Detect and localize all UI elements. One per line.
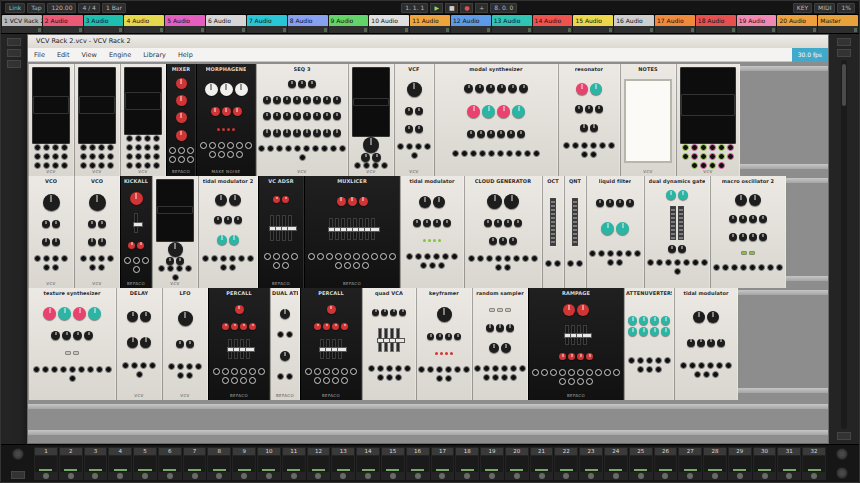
knob[interactable] [231, 323, 238, 330]
channel-pan-knob[interactable] [489, 473, 495, 479]
slider[interactable] [270, 215, 274, 241]
knob[interactable] [497, 84, 506, 93]
port[interactable] [276, 145, 283, 152]
port[interactable] [577, 369, 584, 376]
port[interactable] [694, 371, 701, 378]
port[interactable] [273, 262, 280, 269]
port[interactable] [691, 144, 698, 151]
knob[interactable] [650, 327, 659, 336]
notes-text-area[interactable] [625, 80, 671, 162]
module-keyframer[interactable]: keyframer [416, 288, 472, 400]
module-rampage[interactable]: RAMPAGEBEFACO [528, 288, 624, 400]
slider[interactable] [390, 328, 394, 352]
module-macro-oscillator-2[interactable]: macro oscillator 2 [710, 176, 786, 288]
port[interactable] [140, 362, 147, 369]
knob[interactable] [283, 112, 291, 120]
port[interactable] [483, 365, 490, 372]
knob[interactable] [586, 353, 593, 360]
knob[interactable] [489, 343, 499, 353]
knob[interactable] [482, 105, 495, 118]
knob[interactable] [176, 130, 187, 141]
knob[interactable] [650, 316, 659, 325]
port[interactable] [222, 377, 229, 384]
slider[interactable] [234, 339, 238, 359]
port[interactable] [89, 162, 96, 169]
mixer-strip[interactable]: 7 [183, 447, 207, 480]
port[interactable] [722, 264, 729, 271]
port[interactable] [682, 144, 689, 151]
port[interactable] [178, 156, 185, 163]
knob[interactable] [575, 105, 583, 113]
channel-pan-knob[interactable] [315, 473, 321, 479]
groove-toggle[interactable] [7, 60, 21, 68]
knob[interactable] [477, 130, 485, 138]
knob[interactable] [62, 331, 71, 340]
port[interactable] [497, 150, 504, 157]
port[interactable] [442, 253, 449, 260]
knob[interactable] [313, 96, 321, 104]
port[interactable] [218, 142, 225, 149]
knob[interactable] [168, 242, 183, 257]
knob[interactable] [596, 199, 604, 207]
port[interactable] [61, 162, 68, 169]
module-dual-atenuverter[interactable]: DUAL ATENUVERTERBEFACO [270, 288, 300, 400]
port[interactable] [586, 369, 593, 376]
knob[interactable] [178, 311, 193, 326]
button[interactable] [497, 308, 503, 312]
knob[interactable] [601, 222, 614, 235]
port[interactable] [267, 145, 274, 152]
channel-pan-knob[interactable] [340, 473, 346, 479]
port[interactable] [368, 365, 375, 372]
port[interactable] [477, 255, 484, 262]
slider[interactable] [583, 325, 587, 345]
knob[interactable] [234, 216, 242, 224]
module-liquid-filter[interactable]: liquid filter [586, 176, 644, 288]
port[interactable] [227, 142, 234, 149]
port[interactable] [616, 259, 623, 266]
button[interactable] [73, 351, 79, 355]
port[interactable] [277, 331, 284, 338]
knob[interactable] [293, 129, 301, 137]
port[interactable] [249, 377, 256, 384]
channel-pan-knob[interactable] [439, 473, 445, 479]
port[interactable] [178, 147, 185, 154]
port[interactable] [258, 368, 265, 375]
channel-pan-knob[interactable] [588, 473, 594, 479]
port[interactable] [415, 253, 422, 260]
port[interactable] [176, 265, 183, 272]
module-dual-dynamics-gate[interactable]: dual dynamics gate [644, 176, 710, 288]
module-notes[interactable]: NOTESVCV [620, 64, 676, 176]
port[interactable] [34, 162, 41, 169]
port[interactable] [608, 142, 615, 149]
mixer-strip[interactable]: 28 [703, 447, 727, 480]
port[interactable] [532, 369, 539, 376]
knob[interactable] [282, 196, 289, 203]
mixer-strip[interactable]: 30 [753, 447, 777, 480]
port[interactable] [273, 253, 280, 260]
port[interactable] [126, 144, 133, 151]
knob[interactable] [697, 339, 705, 347]
slider[interactable] [276, 215, 280, 241]
module-delay[interactable]: DELAYVCV [116, 288, 162, 400]
vcv-window-title[interactable]: VCV Rack 2.vcv - VCV Rack 2 [28, 35, 828, 48]
port[interactable] [389, 253, 396, 260]
port[interactable] [144, 153, 151, 160]
port[interactable] [105, 366, 112, 373]
channel-pan-knob[interactable] [266, 473, 272, 479]
module-random-sampler[interactable]: random sampler [472, 288, 528, 400]
knob[interactable] [42, 238, 50, 246]
port[interactable] [247, 255, 254, 262]
track-tab[interactable]: 18 Audio [696, 15, 736, 26]
port[interactable] [576, 260, 583, 267]
port[interactable] [533, 150, 540, 157]
port[interactable] [133, 266, 140, 273]
module-percall[interactable]: PERCALLBEFACO [208, 288, 270, 400]
port[interactable] [308, 253, 315, 260]
channel-pan-knob[interactable] [811, 473, 817, 479]
port[interactable] [211, 255, 218, 262]
port[interactable] [286, 331, 293, 338]
knob[interactable] [214, 216, 222, 224]
knob[interactable] [707, 339, 715, 347]
port[interactable] [195, 363, 202, 370]
port[interactable] [43, 162, 50, 169]
